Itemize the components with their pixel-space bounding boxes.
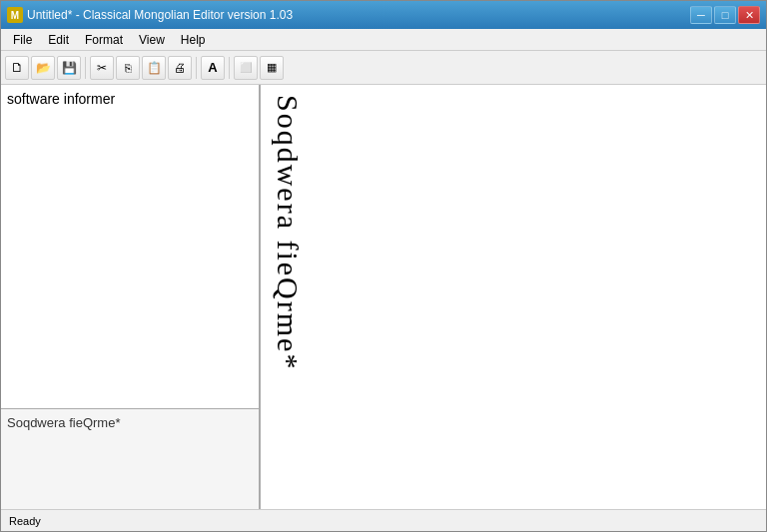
toolbar: 🗋 📂 💾 ✂ ⎘ 📋 🖨 A ⬜ ▦	[1, 51, 766, 85]
cut-button[interactable]: ✂	[90, 56, 114, 80]
menu-format[interactable]: Format	[77, 31, 131, 49]
toolbar-separator-1	[85, 57, 86, 79]
mongolian-display: Soqdwera fieQrme*	[271, 95, 305, 370]
main-window: M Untitled* - Classical Mongolian Editor…	[0, 0, 767, 532]
insert-button[interactable]: ▦	[260, 56, 284, 80]
text-editor[interactable]: software informer	[1, 85, 259, 409]
preview-panel: Soqdwera fieQrme*	[1, 409, 259, 509]
title-bar-left: M Untitled* - Classical Mongolian Editor…	[7, 7, 293, 23]
menu-view[interactable]: View	[131, 31, 173, 49]
print-button[interactable]: 🖨	[168, 56, 192, 80]
menu-edit[interactable]: Edit	[40, 31, 77, 49]
left-panel: software informer Soqdwera fieQrme*	[1, 85, 261, 509]
save-button[interactable]: 💾	[57, 56, 81, 80]
window-title: Untitled* - Classical Mongolian Editor v…	[27, 8, 293, 22]
status-bar: Ready	[1, 509, 766, 531]
maximize-button[interactable]: □	[714, 6, 736, 24]
new-button[interactable]: 🗋	[5, 56, 29, 80]
font-button[interactable]: A	[201, 56, 225, 80]
right-panel: Soqdwera fieQrme*	[261, 85, 766, 509]
paste-button[interactable]: 📋	[142, 56, 166, 80]
align-button[interactable]: ⬜	[234, 56, 258, 80]
preview-text: Soqdwera fieQrme*	[7, 415, 120, 430]
minimize-button[interactable]: ─	[690, 6, 712, 24]
toolbar-separator-2	[196, 57, 197, 79]
content-area: software informer Soqdwera fieQrme* Soqd…	[1, 85, 766, 509]
menu-bar: File Edit Format View Help	[1, 29, 766, 51]
app-icon: M	[7, 7, 23, 23]
title-buttons: ─ □ ✕	[690, 6, 760, 24]
title-bar: M Untitled* - Classical Mongolian Editor…	[1, 1, 766, 29]
copy-button[interactable]: ⎘	[116, 56, 140, 80]
menu-help[interactable]: Help	[173, 31, 214, 49]
menu-file[interactable]: File	[5, 31, 40, 49]
status-text: Ready	[9, 515, 758, 527]
close-button[interactable]: ✕	[738, 6, 760, 24]
open-button[interactable]: 📂	[31, 56, 55, 80]
toolbar-separator-3	[229, 57, 230, 79]
